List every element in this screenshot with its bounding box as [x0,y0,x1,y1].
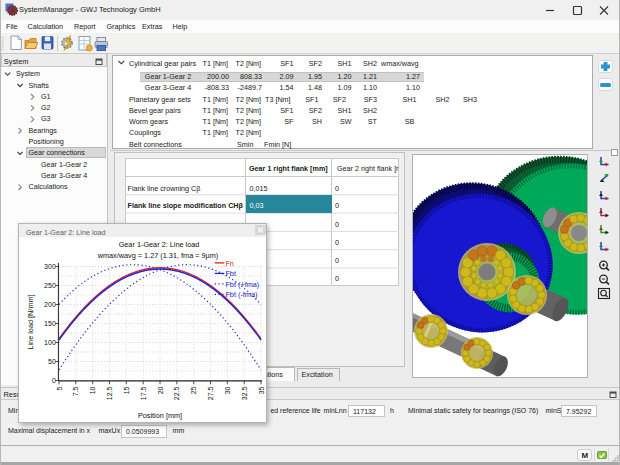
svg-text:150: 150 [44,320,56,327]
svg-text:15: 15 [123,386,130,394]
svg-text:200: 200 [44,301,56,308]
svg-text:Fbt (+fma): Fbt (+fma) [225,280,259,289]
svg-text:Fn: Fn [225,259,234,268]
svg-text:50: 50 [48,358,56,365]
svg-text:0: 0 [52,377,56,384]
svg-text:30: 30 [224,386,231,394]
svg-text:Fbt (-fma): Fbt (-fma) [225,290,257,299]
svg-text:17.5: 17.5 [140,386,147,400]
svg-text:Position [mm]: Position [mm] [138,411,182,420]
svg-text:wmax/wavg = 1.27 (1.31, fma =: wmax/wavg = 1.27 (1.31, fma = 9µm) [97,251,219,260]
svg-text:27.5: 27.5 [207,386,214,400]
svg-text:Line load [N/mm]: Line load [N/mm] [26,294,35,349]
svg-text:22.5: 22.5 [173,386,180,400]
svg-text:12.5: 12.5 [106,386,113,400]
svg-text:32.5: 32.5 [241,386,248,400]
svg-text:Fbt: Fbt [225,269,236,278]
svg-text:100: 100 [44,339,56,346]
svg-text:5: 5 [56,386,63,390]
svg-text:10: 10 [89,386,96,394]
svg-text:250: 250 [44,282,56,289]
svg-text:7.5: 7.5 [72,386,79,396]
svg-text:Gear 1-Gear 2: Line load: Gear 1-Gear 2: Line load [119,240,200,249]
svg-text:300: 300 [44,263,56,270]
svg-text:35: 35 [258,386,265,394]
svg-text:25: 25 [190,386,197,394]
svg-text:20: 20 [157,386,164,394]
